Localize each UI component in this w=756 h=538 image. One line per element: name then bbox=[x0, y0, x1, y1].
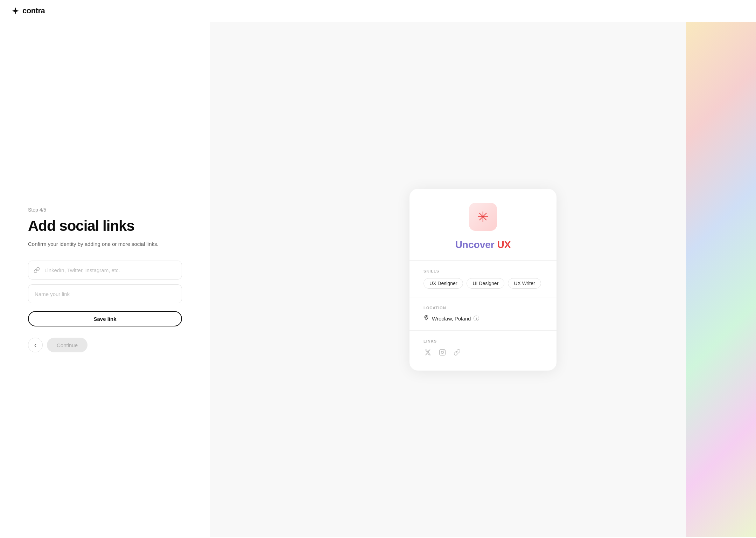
skills-row: UX Designer UI Designer UX Writer bbox=[424, 278, 542, 289]
instagram-icon bbox=[438, 348, 447, 357]
avatar: ✳ bbox=[469, 203, 497, 231]
profile-name-red: UX bbox=[497, 239, 511, 250]
name-input[interactable] bbox=[28, 284, 182, 303]
skill-tag-ux-writer: UX Writer bbox=[508, 278, 541, 289]
logo[interactable]: contra bbox=[11, 6, 45, 15]
profile-card: ✳ Uncover UX SKILLS UX Designer UI Desig… bbox=[410, 189, 556, 371]
logo-icon bbox=[11, 7, 20, 15]
page-title: Add social links bbox=[28, 218, 182, 234]
divider-2 bbox=[410, 297, 556, 297]
page-description: Confirm your identity by adding one or m… bbox=[28, 240, 175, 248]
step-label: Step 4/5 bbox=[28, 207, 182, 213]
link-icon bbox=[34, 267, 40, 273]
chevron-left-icon: ‹ bbox=[34, 342, 36, 348]
left-panel: Step 4/5 Add social links Confirm your i… bbox=[0, 22, 210, 537]
links-label: LINKS bbox=[424, 339, 542, 343]
divider-1 bbox=[410, 260, 556, 261]
url-input-wrapper bbox=[28, 261, 182, 280]
main-layout: Step 4/5 Add social links Confirm your i… bbox=[0, 22, 756, 537]
name-input-wrapper bbox=[28, 284, 182, 303]
continue-button[interactable]: Continue bbox=[47, 338, 88, 352]
svg-point-0 bbox=[426, 317, 427, 318]
skill-tag-ux-designer: UX Designer bbox=[424, 278, 463, 289]
svg-point-3 bbox=[444, 351, 444, 351]
profile-name-purple: Uncover bbox=[455, 239, 495, 250]
location-row: Wrocław, Poland i bbox=[424, 315, 542, 322]
location-label: LOCATION bbox=[424, 306, 542, 310]
skill-tag-ui-designer: UI Designer bbox=[467, 278, 504, 289]
skills-label: SKILLS bbox=[424, 269, 542, 273]
nav-buttons: ‹ Continue bbox=[28, 338, 182, 352]
right-panel: ✳ Uncover UX SKILLS UX Designer UI Desig… bbox=[210, 22, 756, 537]
save-link-button[interactable]: Save link bbox=[28, 311, 182, 326]
location-pin-icon bbox=[424, 315, 429, 322]
back-button[interactable]: ‹ bbox=[28, 338, 43, 352]
svg-rect-1 bbox=[440, 350, 446, 356]
generic-link-icon bbox=[453, 348, 461, 357]
svg-point-2 bbox=[441, 351, 444, 354]
info-icon: i bbox=[474, 316, 479, 321]
social-icons-row bbox=[424, 348, 542, 357]
input-group bbox=[28, 261, 182, 303]
avatar-asterisk-icon: ✳ bbox=[477, 210, 489, 224]
background-decoration bbox=[686, 22, 756, 537]
x-twitter-icon bbox=[424, 348, 432, 357]
header: contra bbox=[0, 0, 756, 22]
divider-3 bbox=[410, 330, 556, 331]
url-input[interactable] bbox=[28, 261, 182, 280]
location-text: Wrocław, Poland bbox=[432, 316, 471, 322]
profile-name: Uncover UX bbox=[424, 239, 542, 250]
logo-text: contra bbox=[22, 6, 45, 15]
